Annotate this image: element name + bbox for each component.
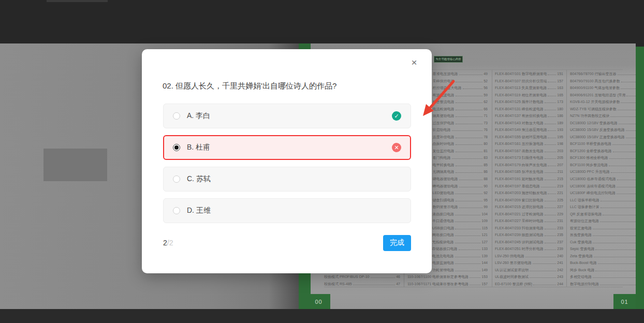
- toc-entry-title: FLEX-B047/191 延时触发电路: [495, 177, 544, 181]
- toc-entry: UC1800D 临界导通模式电路 327: [570, 177, 643, 181]
- toc-dotted-leader: [525, 257, 557, 257]
- toc-dotted-leader: [548, 96, 556, 96]
- toc-entry-page: 49: [484, 71, 488, 76]
- answer-option[interactable]: C. 苏轼: [163, 167, 411, 192]
- finish-button[interactable]: 完成: [383, 235, 411, 251]
- toc-entry-page: 235: [557, 232, 563, 237]
- options-list: A. 李白 ✓ B. 杜甫 ✕ C. 苏轼 D. 王维: [163, 104, 411, 230]
- toc-dotted-leader: [455, 229, 480, 229]
- toc-entry-title: QR 反激准谐振电路: [570, 212, 602, 216]
- toc-entry-page: 115: [482, 226, 488, 230]
- toc-entry-page: 80: [484, 141, 488, 146]
- toc-entry-title: B04766/78700 行输出变压器: [570, 71, 617, 76]
- toc-entry-title: FLEX-B047/173 扫频信号电路: [495, 155, 544, 160]
- bottom-dark-bar: [0, 309, 644, 323]
- toc-dotted-leader: [617, 194, 636, 194]
- toc-dotted-leader: [455, 215, 480, 215]
- toc-entry-title: FLEX-B047/233 抖动测量电路: [495, 226, 544, 230]
- toc-entry-title: WDZ-TYB 可调稳压模块参数: [570, 107, 617, 111]
- toc-entry-page: 66: [484, 107, 488, 111]
- toc-dotted-leader: [548, 82, 556, 82]
- toc-entry-page: 99: [484, 204, 488, 209]
- toc-entry-title: 校验模式 PROFIBUS DP-10: [324, 274, 370, 279]
- toc-dotted-leader: [618, 110, 636, 110]
- page-tab-left: 00: [299, 294, 330, 309]
- toc-entry-page: 149: [481, 268, 488, 272]
- toc-dotted-leader: [456, 172, 483, 173]
- toc-dotted-leader: [548, 166, 556, 166]
- toc-dotted-leader: [619, 124, 636, 124]
- toc-dotted-leader: [455, 236, 480, 236]
- wrong-icon: ✕: [392, 143, 401, 152]
- toc-dotted-leader: [545, 180, 557, 180]
- toc-entry-page: 81: [484, 149, 488, 153]
- toc-entry: FLEX-B047/239 眼图测试电路 235: [495, 232, 563, 237]
- toc-entry-page: 239: [557, 246, 563, 251]
- toc-entry-page: 233: [557, 226, 563, 230]
- toc-entry-page: 109: [481, 218, 488, 223]
- toc-entry-title: DC1800D 12/18V 变换器电路: [570, 121, 618, 125]
- toc-entry-title: Cuk 变换电路: [570, 240, 592, 244]
- toc-dotted-leader: [545, 201, 557, 201]
- toc-dotted-leader: [610, 116, 636, 117]
- toc-dotted-leader: [456, 138, 483, 138]
- toc-entry-title: FLEX-B047/215 迟滞比较电路: [495, 204, 544, 209]
- toc-dotted-leader: [545, 236, 557, 236]
- toc-dotted-leader: [548, 75, 556, 75]
- toc-column: B04766/78700 行输出变压器 250 B04790/79100 高压包…: [570, 71, 643, 286]
- toc-dotted-leader: [609, 166, 636, 166]
- toc-dotted-leader: [456, 96, 483, 96]
- toc-entry-title: BCF1100 同步整流电路: [570, 163, 608, 167]
- toc-dotted-leader: [626, 130, 636, 131]
- toc-dotted-leader: [611, 172, 636, 173]
- toc-entry-page: 52: [484, 79, 488, 83]
- answer-option[interactable]: D. 王维: [163, 198, 411, 223]
- close-icon[interactable]: ×: [409, 57, 419, 68]
- toc-entry-title: FLEX-B047/197 单稳态电路: [495, 184, 540, 188]
- toc-entry-title: UC1800F 峰值电流控制电路: [570, 190, 616, 195]
- toc-entry: FLEX-B047/191 延时触发电路 215: [495, 177, 563, 181]
- radio-icon[interactable]: [173, 112, 180, 120]
- toc-entry: FLEX-B047/155 锁相环应用电路 195: [495, 135, 563, 139]
- radio-icon[interactable]: [173, 175, 180, 183]
- toc-entry-page: 56: [484, 85, 488, 90]
- toc-entry: B04906/91201 压敏电阻选型 (常用) 270: [570, 93, 643, 97]
- toc-dotted-leader: [548, 89, 556, 89]
- toc-entry-title: FLEX-B047/221 过零检测电路: [495, 212, 544, 216]
- toc-entry-page: 221: [557, 190, 563, 195]
- answer-option[interactable]: B. 杜甫 ✕: [163, 135, 411, 160]
- toc-entry-page: 78: [484, 135, 488, 139]
- toc-entry: BCF1300 移相全桥电路 310: [570, 155, 643, 160]
- progress-current: 2: [163, 239, 167, 247]
- toc-dotted-leader: [545, 172, 557, 173]
- toc-dotted-leader: [545, 158, 557, 159]
- toc-entry-page: 46: [396, 274, 400, 279]
- toc-dotted-leader: [548, 130, 556, 131]
- toc-dotted-leader: [459, 180, 483, 180]
- answer-option[interactable]: A. 李白 ✓: [163, 104, 411, 128]
- toc-entry: UL认证测试要求说明 242: [495, 268, 563, 272]
- radio-icon[interactable]: [173, 207, 180, 214]
- quiz-question: 02. 但愿人长久，千里共婵娟'出自哪位诗人的作品?: [163, 81, 411, 91]
- toc-dotted-leader: [593, 277, 636, 278]
- toc-entry: Cuk 变换电路 358: [570, 240, 643, 244]
- toc-entry-title: FLEX-B047/113 失真度测量电路: [495, 85, 547, 90]
- app-window: 概述与功能特点 3 系统架构示意 5 端口定义说明 7 供电要求与接线 9 指示…: [0, 0, 644, 323]
- toc-dotted-leader: [455, 257, 481, 257]
- toc-entry: WDZ-TYB 可调稳压模块参数 278: [570, 107, 643, 111]
- toc-entry-page: 203: [557, 149, 563, 153]
- toc-dotted-leader: [455, 271, 480, 271]
- toc-dotted-leader: [456, 82, 483, 82]
- toc-dotted-leader: [463, 89, 483, 89]
- radio-icon[interactable]: [173, 144, 180, 151]
- toc-dotted-leader: [452, 130, 483, 131]
- toc-entry-title: FLEX-B047/179 白噪声发生电路: [495, 163, 547, 167]
- toc-dotted-leader: [617, 180, 636, 180]
- modal-footer: 2/2 完成: [163, 234, 411, 251]
- toc-entry-page: 231: [557, 218, 563, 223]
- toc-entry: FLEX-B047/149 乘法器应用电路 193: [495, 127, 563, 132]
- toc-entry-page: 104: [481, 212, 488, 216]
- toc-entry-title: BCF1300 移相全桥电路: [570, 155, 608, 160]
- toc-dotted-leader: [626, 96, 636, 96]
- toc-entry-title: ED-67100 整流桥 (9脚): [495, 282, 532, 286]
